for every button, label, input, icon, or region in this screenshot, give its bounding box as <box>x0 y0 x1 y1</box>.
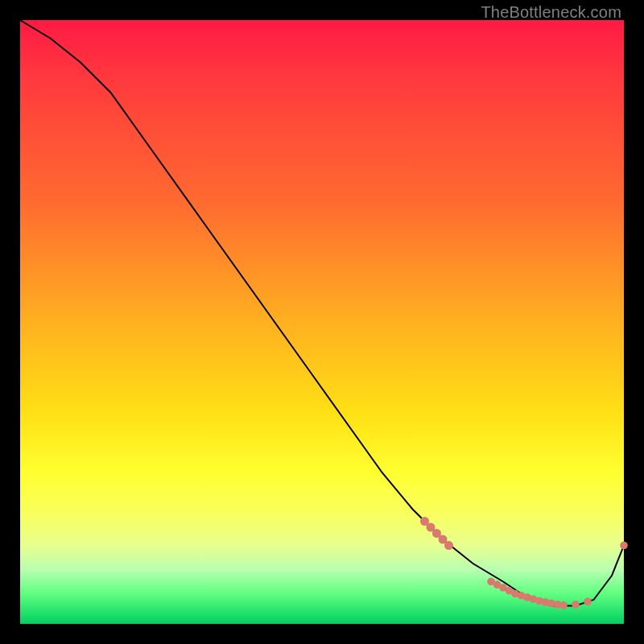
curve-marker <box>584 598 592 606</box>
gradient-plot-area <box>20 20 624 624</box>
curve-marker <box>620 542 628 550</box>
watermark-text: TheBottleneck.com <box>481 3 621 22</box>
bottleneck-curve-line <box>20 20 624 606</box>
curve-marker <box>444 541 453 550</box>
curve-marker <box>559 601 568 609</box>
curve-svg <box>20 20 624 624</box>
chart-frame: TheBottleneck.com <box>0 0 644 644</box>
curve-marker <box>572 601 580 609</box>
